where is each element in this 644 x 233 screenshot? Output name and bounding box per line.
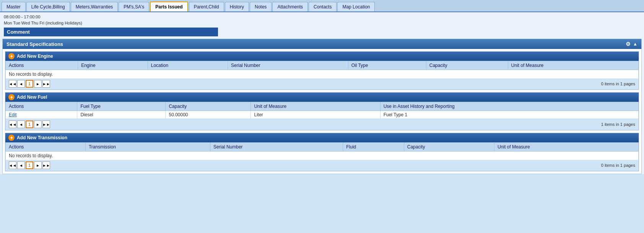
tab-parts-issued[interactable]: Parts Issued [150, 2, 188, 11]
fuel-row-uom: Liter [251, 111, 380, 119]
trans-last-page[interactable]: ►► [42, 161, 50, 169]
fuel-header: + Add New Fuel [5, 93, 639, 102]
header-icons: ⚙ ▲ [626, 41, 637, 47]
schedule-text: Mon Tue Wed Thu Fri (including Holidays) [4, 20, 640, 26]
engine-page-info: 0 items in 1 pages [601, 81, 635, 86]
collapse-icon[interactable]: ▲ [633, 41, 637, 47]
engine-col-oiltype: Oil Type [348, 61, 426, 70]
fuel-subsection: + Add New Fuel Actions Fuel Type Capacit… [5, 92, 639, 130]
trans-col-fluid: Fluid [343, 143, 404, 152]
content-area: 08:00:00 - 17:00:00 Mon Tue Wed Thu Fri … [0, 12, 644, 174]
engine-no-records: No records to display. [5, 70, 639, 78]
gear-icon[interactable]: ⚙ [626, 41, 631, 47]
add-engine-icon[interactable]: + [8, 53, 15, 59]
fuel-col-actions: Actions [6, 102, 77, 111]
trans-col-transmission: Transmission [85, 143, 210, 152]
fuel-table: Actions Fuel Type Capacity Unit of Measu… [5, 102, 639, 119]
fuel-table-header-row: Actions Fuel Type Capacity Unit of Measu… [6, 102, 639, 111]
transmission-pagination-controls: ◄◄ ◄ 1 ► ►► [9, 161, 50, 169]
engine-col-serial: Serial Number [228, 61, 348, 70]
fuel-first-page[interactable]: ◄◄ [9, 121, 16, 128]
time-text: 08:00:00 - 17:00:00 [4, 14, 640, 20]
transmission-page-info: 0 items in 1 pages [601, 163, 635, 168]
tab-map-location[interactable]: Map Location [337, 2, 375, 11]
comment-bar: Comment [4, 28, 218, 36]
tab-parent-child[interactable]: Parent,Child [189, 2, 224, 11]
tab-attachments[interactable]: Attachments [272, 2, 308, 11]
fuel-row-use-history: Fuel Type 1 [380, 111, 638, 119]
trans-col-uom: Unit of Measure [494, 143, 638, 152]
transmission-table-header-row: Actions Transmission Serial Number Fluid… [6, 143, 639, 152]
transmission-header: + Add New Transmission [5, 133, 639, 142]
fuel-last-page[interactable]: ►► [42, 121, 50, 128]
engine-col-location: Location [148, 61, 228, 70]
engine-next-page[interactable]: ► [34, 80, 42, 88]
tab-lifecycle-billing[interactable]: Life Cycle,Billing [26, 2, 70, 11]
trans-current-page[interactable]: 1 [26, 161, 33, 169]
engine-current-page[interactable]: 1 [26, 80, 33, 88]
tab-pms-sas[interactable]: PM's,SA's [119, 2, 149, 11]
tab-master[interactable]: Master [2, 2, 26, 11]
tab-contacts[interactable]: Contacts [309, 2, 337, 11]
fuel-col-uom: Unit of Measure [251, 102, 380, 111]
engine-col-capacity: Capacity [426, 61, 508, 70]
fuel-header-label: Add New Fuel [17, 95, 47, 100]
fuel-row-fueltype: Diesel [77, 111, 166, 119]
trans-next-page[interactable]: ► [34, 161, 42, 169]
engine-first-page[interactable]: ◄◄ [9, 80, 16, 88]
engine-header: + Add New Engine [5, 52, 639, 61]
tab-meters-warranties[interactable]: Meters,Warranties [71, 2, 118, 11]
engine-col-actions: Actions [6, 61, 78, 70]
engine-pagination: ◄◄ ◄ 1 ► ►► 0 items in 1 pages [5, 78, 639, 90]
add-fuel-icon[interactable]: + [8, 94, 15, 100]
fuel-row-actions: Edit [6, 111, 77, 119]
add-transmission-icon[interactable]: + [8, 135, 15, 141]
fuel-col-fueltype: Fuel Type [77, 102, 166, 111]
fuel-prev-page[interactable]: ◄ [17, 121, 25, 128]
engine-last-page[interactable]: ►► [42, 80, 50, 88]
fuel-col-use-history: Use in Asset History and Reporting [380, 102, 638, 111]
fuel-table-row: Edit Diesel 50.00000 Liter Fuel Type 1 [6, 111, 639, 119]
fuel-col-capacity: Capacity [166, 102, 251, 111]
engine-col-engine: Engine [78, 61, 148, 70]
trans-first-page[interactable]: ◄◄ [9, 161, 16, 169]
transmission-no-records: No records to display. [5, 152, 639, 160]
trans-col-capacity: Capacity [404, 143, 494, 152]
transmission-pagination: ◄◄ ◄ 1 ► ►► 0 items in 1 pages [5, 160, 639, 171]
fuel-pagination: ◄◄ ◄ 1 ► ►► 1 items in 1 pages [5, 119, 639, 130]
fuel-row-capacity: 50.00000 [166, 111, 251, 119]
fuel-next-page[interactable]: ► [34, 121, 42, 128]
engine-subsection: + Add New Engine Actions Engine Location… [5, 51, 639, 90]
engine-header-label: Add New Engine [17, 54, 53, 59]
tab-bar: Master Life Cycle,Billing Meters,Warrant… [0, 0, 644, 12]
top-section: 08:00:00 - 17:00:00 Mon Tue Wed Thu Fri … [0, 12, 644, 36]
transmission-header-label: Add New Transmission [17, 135, 67, 140]
standard-specs-title: Standard Specifications [7, 41, 63, 47]
transmission-table: Actions Transmission Serial Number Fluid… [5, 142, 639, 152]
transmission-subsection: + Add New Transmission Actions Transmiss… [5, 133, 639, 171]
engine-table-header-row: Actions Engine Location Serial Number Oi… [6, 61, 639, 70]
engine-table: Actions Engine Location Serial Number Oi… [5, 61, 639, 70]
fuel-pagination-controls: ◄◄ ◄ 1 ► ►► [9, 121, 50, 128]
tab-history[interactable]: History [225, 2, 249, 11]
engine-prev-page[interactable]: ◄ [17, 80, 25, 88]
fuel-edit-link[interactable]: Edit [9, 112, 17, 117]
standard-specs-header: Standard Specifications ⚙ ▲ [3, 39, 641, 49]
standard-specs-panel: Standard Specifications ⚙ ▲ + Add New En… [2, 39, 642, 174]
trans-prev-page[interactable]: ◄ [17, 161, 25, 169]
trans-col-actions: Actions [6, 143, 86, 152]
fuel-page-info: 1 items in 1 pages [601, 122, 635, 127]
engine-col-uom: Unit of Measure [508, 61, 638, 70]
engine-pagination-controls: ◄◄ ◄ 1 ► ►► [9, 80, 50, 88]
trans-col-serial: Serial Number [210, 143, 343, 152]
fuel-current-page[interactable]: 1 [26, 121, 33, 128]
tab-notes[interactable]: Notes [250, 2, 272, 11]
